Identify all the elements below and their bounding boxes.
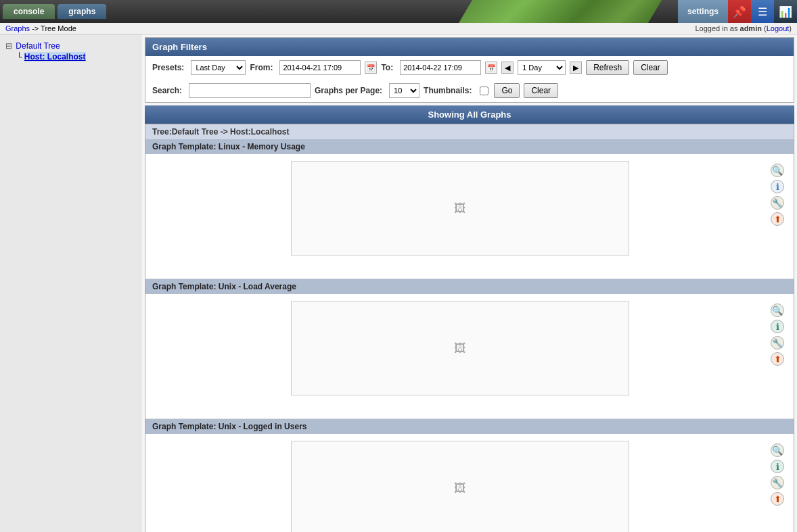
filters-panel-header: Graph Filters — [145, 38, 794, 56]
breadcrumb: Graphs -> Tree Mode — [5, 24, 76, 32]
breadcrumb-bar: Graphs -> Tree Mode Logged in as admin (… — [0, 23, 797, 34]
graphs-per-page-select[interactable]: 10 20 50 100 — [389, 83, 419, 98]
graph-image-area-2: 🖼 — [152, 301, 768, 395]
gt-label-3: Graph Template: — [152, 422, 219, 431]
graph-row-1: 🖼 🔍 ℹ 🔧 ⬆ — [145, 154, 794, 279]
prev-arrow[interactable]: ◀ — [501, 62, 514, 74]
showing-header: Showing All Graphs — [145, 105, 794, 124]
host-part: Host: — [230, 127, 251, 137]
content-area: Graph Filters Presets: Last Day Last Wee… — [142, 34, 797, 532]
settings-nav-btn[interactable]: settings — [678, 0, 728, 23]
graph-icons-3: 🔍 ℹ 🔧 ⬆ — [768, 441, 787, 508]
tree-breadcrumb-text: Tree:Default Tree -> Host:Localhost — [152, 127, 289, 137]
broken-image-icon-3: 🖼 — [454, 481, 466, 495]
refresh-button[interactable]: Refresh — [586, 60, 629, 75]
graphs-per-page-label: Graphs per Page: — [315, 86, 382, 95]
filter-row-1: Presets: Last Day Last Week Last Month L… — [145, 56, 794, 79]
breadcrumb-mode: Tree Mode — [41, 24, 76, 32]
broken-image-icon-1: 🖼 — [454, 201, 466, 216]
tree-arrow: -> — [221, 127, 230, 137]
up-icon-2[interactable]: ⬆ — [771, 352, 784, 366]
search-label: Search: — [152, 86, 182, 95]
tree-child-host: └ Host: Localhost — [16, 52, 137, 62]
thumbnails-checkbox[interactable] — [480, 87, 488, 95]
graph-row-2: 🖼 🔍 ℹ 🔧 ⬆ — [145, 294, 794, 419]
graph-placeholder-3: 🖼 — [291, 441, 629, 532]
console-nav-btn[interactable]: console — [3, 4, 55, 19]
presets-select[interactable]: Last Day Last Week Last Month Last Year — [191, 60, 246, 75]
zoom-icon-1[interactable]: 🔍 — [771, 164, 784, 177]
graph-template-header-3: Graph Template: Unix - Logged in Users — [145, 419, 794, 434]
interval-select[interactable]: 1 Day 6 Hours 12 Hours 2 Days 1 Week — [518, 60, 566, 75]
right-nav-icons: settings 📌 ☰ 📊 — [678, 0, 797, 23]
tree-part: Tree: — [152, 127, 172, 137]
go-button[interactable]: Go — [494, 83, 520, 98]
graph-image-area-3: 🖼 — [152, 441, 768, 532]
graph-icons-1: 🔍 ℹ 🔧 ⬆ — [768, 161, 787, 228]
graph-image-area-1: 🖼 — [152, 161, 768, 256]
to-label: To: — [381, 63, 393, 72]
chart-nav-btn[interactable]: 📊 — [774, 0, 797, 23]
host-localhost-link[interactable]: Host: Localhost — [24, 52, 86, 62]
graph-placeholder-1: 🖼 — [291, 161, 629, 256]
zoom-icon-2[interactable]: 🔍 — [771, 304, 784, 317]
graphs-section: Tree:Default Tree -> Host:Localhost Grap… — [145, 124, 794, 532]
gt-label-1: Graph Template: — [152, 142, 219, 151]
pin-nav-btn[interactable]: 📌 — [728, 0, 751, 23]
from-label: From: — [250, 63, 273, 72]
to-calendar-icon[interactable]: 📅 — [485, 62, 497, 74]
login-info: Logged in as admin (Logout) — [695, 24, 792, 32]
search-input[interactable] — [189, 83, 311, 98]
tree-default-link[interactable]: Default Tree — [16, 41, 60, 51]
list-nav-btn[interactable]: ☰ — [751, 0, 774, 23]
next-arrow[interactable]: ▶ — [570, 62, 582, 74]
graph-icons-2: 🔍 ℹ 🔧 ⬆ — [768, 301, 787, 368]
info-icon-1[interactable]: ℹ — [771, 180, 784, 193]
from-input[interactable] — [279, 60, 361, 75]
gt-name-3: Unix - Logged in Users — [219, 422, 307, 431]
gt-name-2: Unix - Load Average — [219, 282, 296, 291]
info-icon-2[interactable]: ℹ — [771, 320, 784, 333]
filters-panel: Graph Filters Presets: Last Day Last Wee… — [145, 37, 794, 103]
gt-name-1: Linux - Memory Usage — [219, 142, 305, 151]
logout-link[interactable]: Logout — [767, 24, 790, 32]
up-icon-1[interactable]: ⬆ — [771, 212, 784, 226]
graph-row-3: 🖼 🔍 ℹ 🔧 ⬆ — [145, 434, 794, 532]
main-layout: ⊟ Default Tree └ Host: Localhost Graph F… — [0, 34, 797, 532]
login-username: admin — [740, 24, 762, 32]
graph-placeholder-2: 🖼 — [291, 301, 629, 395]
gt-label-2: Graph Template: — [152, 282, 219, 291]
broken-image-icon-2: 🖼 — [454, 341, 466, 356]
tree-name: Default Tree — [172, 127, 219, 137]
graph-template-header-2: Graph Template: Unix - Load Average — [145, 279, 794, 294]
host-name: Localhost — [251, 127, 290, 137]
sidebar: ⊟ Default Tree └ Host: Localhost — [0, 34, 142, 532]
wrench-icon-2[interactable]: 🔧 — [771, 336, 784, 349]
clear-button-1[interactable]: Clear — [633, 60, 668, 75]
to-input[interactable] — [400, 60, 481, 75]
presets-label: Presets: — [152, 63, 184, 72]
tree-child-icon: └ — [16, 52, 22, 62]
top-nav: console graphs settings 📌 ☰ 📊 — [0, 0, 797, 23]
graph-template-header-1: Graph Template: Linux - Memory Usage — [145, 139, 794, 154]
breadcrumb-separator: -> — [32, 24, 41, 32]
from-calendar-icon[interactable]: 📅 — [365, 62, 377, 74]
tree-item-default[interactable]: ⊟ Default Tree — [5, 40, 137, 52]
tree-breadcrumb: Tree:Default Tree -> Host:Localhost — [145, 124, 794, 139]
info-icon-3[interactable]: ℹ — [771, 460, 784, 473]
clear-button-2[interactable]: Clear — [524, 83, 558, 98]
wrench-icon-3[interactable]: 🔧 — [771, 476, 784, 489]
filter-row-2: Search: Graphs per Page: 10 20 50 100 Th… — [145, 79, 794, 102]
graphs-nav-btn[interactable]: graphs — [58, 4, 106, 19]
tree-expand-icon: ⊟ — [5, 41, 12, 51]
login-text: Logged in as — [695, 24, 737, 32]
graphs-breadcrumb-link[interactable]: Graphs — [5, 24, 30, 32]
zoom-icon-3[interactable]: 🔍 — [771, 443, 784, 457]
wrench-icon-1[interactable]: 🔧 — [771, 196, 784, 210]
thumbnails-label: Thumbnails: — [424, 86, 472, 95]
up-icon-3[interactable]: ⬆ — [771, 492, 784, 506]
